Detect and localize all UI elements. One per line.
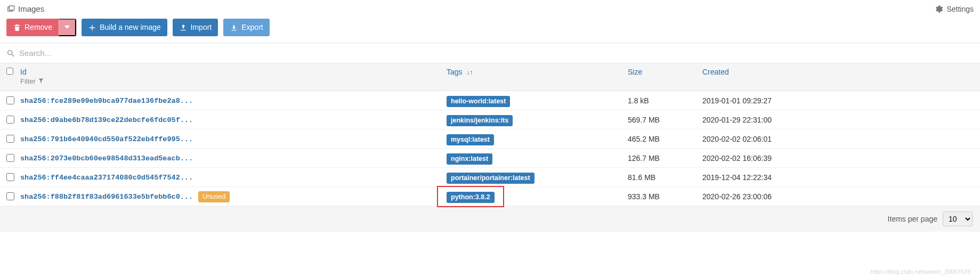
- row-checkbox[interactable]: [6, 173, 14, 181]
- image-id-link[interactable]: sha256:fce289e99eb9bca977dae136fbe2a8...: [20, 97, 193, 105]
- row-checkbox[interactable]: [6, 116, 14, 124]
- column-header-size-label: Size: [628, 68, 642, 76]
- image-tag[interactable]: jenkins/jenkins:lts: [447, 115, 513, 126]
- items-per-page-label: Items per page: [888, 215, 937, 223]
- toolbar: Remove Build a new image Import Export: [0, 15, 980, 43]
- search-icon: [6, 49, 15, 58]
- table-header: Id Filter Tags ↓↑ Size Created: [0, 63, 980, 91]
- column-header-created-label: Created: [702, 68, 729, 76]
- image-created: 2020-02-02 02:06:01: [702, 135, 974, 143]
- table-row: sha256:d9abe6b78d139ce22debcfe6fdc05f...…: [0, 110, 980, 129]
- column-header-id[interactable]: Id Filter: [20, 68, 447, 85]
- table-row: sha256:2073e0bcb60ee98548d313ead5eacb...…: [0, 149, 980, 168]
- page-title: Images: [18, 4, 44, 13]
- remove-dropdown-toggle[interactable]: [59, 19, 76, 36]
- trash-icon: [13, 23, 21, 32]
- filter-icon: [38, 77, 44, 84]
- row-checkbox[interactable]: [6, 135, 14, 143]
- import-label: Import: [191, 23, 212, 32]
- import-button[interactable]: Import: [173, 19, 218, 36]
- caret-down-icon: [64, 23, 70, 31]
- image-size: 569.7 MB: [628, 116, 702, 124]
- table-row: sha256:ff4ee4caaa237174080c0d545f7542...…: [0, 168, 980, 187]
- sort-icon: ↓↑: [466, 69, 473, 76]
- column-header-id-label: Id: [20, 68, 27, 76]
- column-header-tags-label: Tags: [447, 68, 463, 76]
- export-label: Export: [241, 23, 263, 32]
- image-size: 465.2 MB: [628, 135, 702, 143]
- image-size: 1.8 kB: [628, 96, 702, 105]
- remove-button-group: Remove: [6, 19, 76, 36]
- page-title-wrap: Images: [6, 4, 44, 13]
- row-checkbox[interactable]: [6, 154, 14, 162]
- table-row: sha256:fce289e99eb9bca977dae136fbe2a8...…: [0, 91, 980, 110]
- items-per-page-select[interactable]: 10: [943, 211, 973, 226]
- gear-icon: [935, 5, 943, 13]
- export-button[interactable]: Export: [223, 19, 269, 36]
- image-tag[interactable]: portainer/portainer:latest: [447, 173, 534, 184]
- tag-box: portainer/portainer:latest: [447, 173, 534, 182]
- image-created: 2020-02-26 23:00:06: [702, 192, 974, 201]
- column-header-size[interactable]: Size: [628, 68, 702, 76]
- remove-label: Remove: [25, 23, 52, 32]
- unused-badge: Unused: [198, 191, 230, 202]
- tag-box: jenkins/jenkins:lts: [447, 116, 513, 124]
- row-checkbox[interactable]: [6, 96, 14, 104]
- table-footer: Items per page 10: [0, 206, 980, 232]
- image-size: 126.7 MB: [628, 154, 702, 162]
- plus-icon: [88, 23, 96, 32]
- image-tag[interactable]: nginx:latest: [447, 153, 492, 165]
- tag-box: nginx:latest: [447, 154, 492, 162]
- svg-line-3: [12, 54, 14, 56]
- image-size: 933.3 MB: [628, 192, 702, 201]
- image-created: 2019-12-04 12:22:34: [702, 173, 974, 182]
- image-size: 81.6 MB: [628, 173, 702, 182]
- table-row: sha256:791b6e40940cd550af522eb4ffe995...…: [0, 129, 980, 149]
- image-id-link[interactable]: sha256:f88b2f81f83ad6961633e5bfebb6c0...: [20, 193, 193, 201]
- download-icon: [230, 23, 238, 32]
- remove-button[interactable]: Remove: [6, 19, 59, 36]
- image-created: 2020-02-02 16:06:39: [702, 154, 974, 162]
- image-id-link[interactable]: sha256:791b6e40940cd550af522eb4ffe995...: [20, 135, 193, 143]
- image-id-link[interactable]: sha256:ff4ee4caaa237174080c0d545f7542...: [20, 174, 193, 182]
- image-id-link[interactable]: sha256:d9abe6b78d139ce22debcfe6fdc05f...: [20, 116, 193, 124]
- build-image-button[interactable]: Build a new image: [82, 19, 167, 36]
- build-image-label: Build a new image: [100, 23, 160, 32]
- image-created: 2019-01-01 09:29:27: [702, 96, 974, 105]
- image-tag[interactable]: hello-world:latest: [447, 96, 510, 107]
- svg-rect-1: [9, 6, 14, 10]
- image-tag[interactable]: python:3.8.2: [447, 192, 495, 203]
- image-tag[interactable]: mysql:latest: [447, 134, 494, 145]
- settings-label: Settings: [946, 5, 974, 13]
- column-header-created[interactable]: Created: [702, 68, 974, 76]
- filter-toggle[interactable]: Filter: [20, 77, 447, 85]
- filter-label: Filter: [20, 77, 36, 85]
- search-input[interactable]: [19, 48, 974, 58]
- table-row: sha256:f88b2f81f83ad6961633e5bfebb6c0...…: [0, 187, 980, 206]
- highlighted-tag-box: python:3.8.2: [437, 186, 504, 207]
- row-checkbox[interactable]: [6, 192, 14, 200]
- svg-point-2: [8, 50, 12, 54]
- images-icon: [6, 5, 15, 13]
- tag-box: mysql:latest: [447, 135, 494, 143]
- image-id-link[interactable]: sha256:2073e0bcb60ee98548d313ead5eacb...: [20, 154, 193, 162]
- settings-link[interactable]: Settings: [935, 5, 974, 13]
- image-created: 2020-01-29 22:31:00: [702, 116, 974, 124]
- tag-box: hello-world:latest: [447, 96, 510, 105]
- search-row: [0, 43, 980, 63]
- upload-icon: [179, 23, 188, 32]
- column-header-tags[interactable]: Tags ↓↑: [447, 68, 628, 76]
- select-all-checkbox[interactable]: [6, 68, 13, 75]
